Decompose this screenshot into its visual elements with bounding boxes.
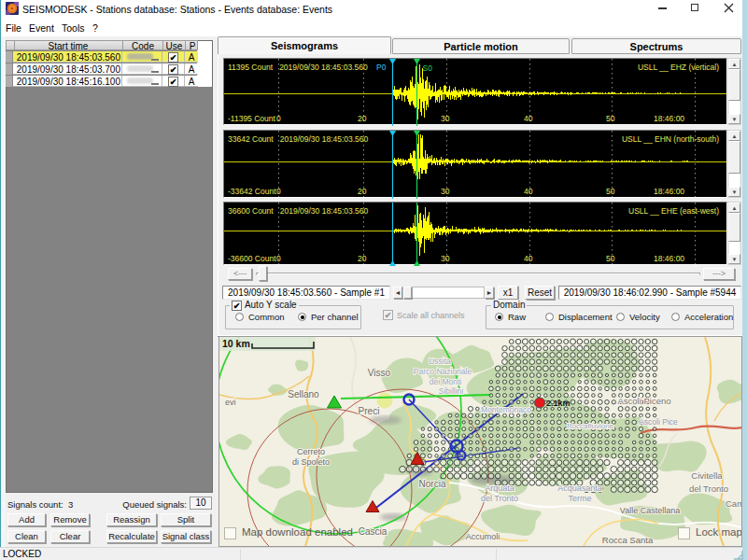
svg-text:Cascia: Cascia: [359, 526, 388, 537]
svg-text:Valle Castellana: Valle Castellana: [620, 506, 680, 515]
svg-text:di Spoleto: di Spoleto: [292, 457, 330, 467]
svg-text:Roccafluvione: Roccafluvione: [567, 422, 614, 430]
svg-text:Accumoli: Accumoli: [466, 532, 500, 541]
svg-text:Terme: Terme: [568, 494, 591, 503]
svg-text:Cerreto: Cerreto: [297, 447, 325, 456]
svg-text:Acquasanta: Acquasanta: [557, 483, 602, 493]
svg-text:del Tronto: del Tronto: [481, 494, 518, 503]
svg-text:Visso: Visso: [368, 368, 391, 378]
svg-text:Sellano: Sellano: [288, 389, 319, 399]
svg-text:Norcia: Norcia: [419, 479, 446, 489]
svg-text:Ussita: Ussita: [429, 357, 451, 366]
svg-text:evi: evi: [225, 398, 236, 407]
svg-text:Ascoli Piceno: Ascoli Piceno: [617, 396, 670, 406]
svg-text:Parco Nazionale: Parco Nazionale: [414, 367, 472, 376]
svg-text:Civitella: Civitella: [691, 470, 723, 481]
svg-text:Preci: Preci: [359, 406, 380, 416]
svg-text:dei Monti: dei Monti: [430, 377, 462, 386]
svg-text:Camp: Camp: [726, 498, 741, 509]
svg-text:Sibillini: Sibillini: [439, 386, 464, 396]
svg-text:del Tronto: del Tronto: [689, 483, 728, 494]
svg-text:Rocca Santa: Rocca Santa: [602, 535, 654, 545]
svg-text:Arquata: Arquata: [485, 483, 514, 493]
svg-text:Ascoli Pice: Ascoli Pice: [639, 417, 678, 427]
svg-text:Montemonaco: Montemonaco: [481, 405, 531, 414]
svg-text:2.1km: 2.1km: [546, 399, 571, 408]
